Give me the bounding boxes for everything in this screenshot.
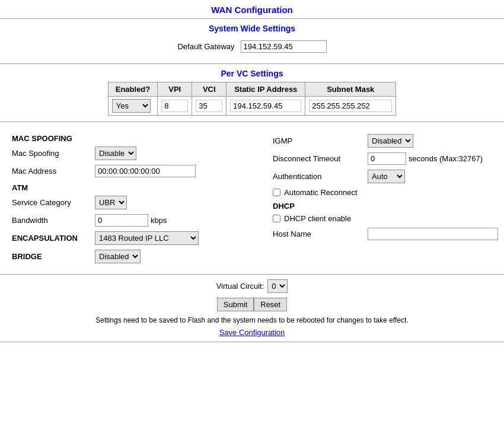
virtual-circuit-select[interactable]: 0 1 2 bbox=[267, 279, 288, 293]
page-title: WAN Configuration bbox=[0, 0, 504, 19]
disconnect-timeout-suffix: seconds (Max:32767) bbox=[409, 154, 483, 163]
notice-text: Settings need to be saved to Flash and t… bbox=[0, 316, 504, 324]
host-name-label: Host Name bbox=[273, 230, 368, 238]
col-enabled: Enabled? bbox=[108, 82, 158, 97]
disconnect-timeout-input[interactable] bbox=[368, 152, 406, 165]
col-vci: VCI bbox=[192, 82, 227, 97]
auto-reconnect-label: Automatic Reconnect bbox=[284, 188, 358, 197]
igmp-select[interactable]: Disabled Enabled bbox=[368, 134, 413, 148]
service-category-label: Service Category bbox=[12, 198, 95, 207]
save-config-link[interactable]: Save Configuration bbox=[0, 328, 504, 337]
vc-table: Enabled? VPI VCI Static IP Address Subne… bbox=[108, 82, 397, 116]
bridge-label: BRIDGE bbox=[12, 252, 95, 261]
col-vpi: VPI bbox=[158, 82, 192, 97]
default-gateway-label: Default Gateway bbox=[177, 42, 234, 51]
atm-title: ATM bbox=[12, 183, 261, 192]
mac-address-input[interactable] bbox=[95, 165, 196, 177]
auto-reconnect-checkbox[interactable] bbox=[273, 189, 280, 196]
reset-button[interactable]: Reset bbox=[254, 298, 287, 311]
static-ip-input[interactable] bbox=[230, 100, 301, 112]
submit-button[interactable]: Submit bbox=[217, 298, 254, 311]
host-name-input[interactable] bbox=[368, 228, 498, 240]
enabled-select[interactable]: Yes No bbox=[112, 99, 151, 113]
default-gateway-input[interactable] bbox=[241, 40, 327, 53]
system-wide-title: System Wide Settings bbox=[0, 19, 504, 37]
bandwidth-unit: kbps bbox=[151, 216, 167, 225]
bridge-select[interactable]: Disabled Enabled bbox=[95, 250, 141, 263]
col-subnet-mask: Subnet Mask bbox=[305, 82, 396, 97]
authentication-select[interactable]: Auto PAP CHAP bbox=[368, 170, 405, 183]
vpi-input[interactable] bbox=[161, 100, 188, 112]
service-category-select[interactable]: UBR CBR bbox=[95, 196, 127, 209]
virtual-circuit-label: Virtual Circuit: bbox=[216, 282, 264, 291]
vci-input[interactable] bbox=[196, 100, 222, 112]
mac-spoofing-title: MAC SPOOFING bbox=[12, 134, 261, 143]
table-row: Yes No bbox=[108, 97, 396, 116]
disconnect-timeout-label: Disconnect Timeout bbox=[273, 154, 368, 163]
dhcp-client-checkbox[interactable] bbox=[273, 215, 280, 222]
bandwidth-input[interactable] bbox=[95, 214, 148, 227]
per-vc-title: Per VC Settings bbox=[0, 64, 504, 82]
bandwidth-label: Bandwidth bbox=[12, 216, 95, 225]
encapsulation-label: ENCAPSULATION bbox=[12, 234, 95, 243]
authentication-label: Authentication bbox=[273, 172, 368, 181]
mac-address-label: Mac Address bbox=[12, 167, 95, 176]
dhcp-client-label: DHCP client enable bbox=[284, 214, 351, 223]
col-static-ip: Static IP Address bbox=[227, 82, 305, 97]
igmp-label: IGMP bbox=[273, 136, 368, 145]
mac-spoofing-select[interactable]: Disable Enable bbox=[95, 146, 136, 160]
mac-spoofing-label: Mac Spoofing bbox=[12, 149, 95, 158]
encapsulation-select[interactable]: 1483 Routed IP LLC 1483 Routed IP VC PPP… bbox=[95, 231, 199, 245]
subnet-mask-input[interactable] bbox=[309, 100, 392, 112]
dhcp-title: DHCP bbox=[273, 202, 498, 211]
